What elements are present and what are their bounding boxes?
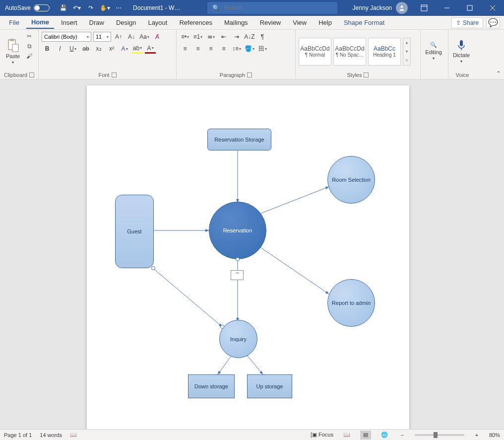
increase-indent-icon[interactable]: ⇥ bbox=[231, 32, 242, 42]
zoom-slider[interactable] bbox=[415, 434, 464, 436]
tab-shape-format[interactable]: Shape Format bbox=[339, 17, 389, 28]
align-left-icon[interactable]: ≡ bbox=[180, 44, 190, 54]
styles-scroll-up-icon[interactable]: ▴ bbox=[403, 38, 410, 47]
styles-expand-icon[interactable]: ▿ bbox=[403, 56, 410, 65]
styles-scroll-down-icon[interactable]: ▾ bbox=[403, 47, 410, 56]
strikethrough-icon[interactable]: ab bbox=[80, 44, 91, 54]
save-icon[interactable]: 💾 bbox=[58, 2, 68, 13]
paste-button[interactable]: Paste ▾ bbox=[3, 32, 23, 71]
tab-view[interactable]: View bbox=[288, 17, 312, 28]
line-spacing-icon[interactable]: ↕≡ bbox=[231, 44, 242, 54]
change-case-icon[interactable]: Aa bbox=[139, 32, 150, 42]
justify-icon[interactable]: ≡ bbox=[218, 44, 229, 54]
style-normal[interactable]: AaBbCcDd ¶ Normal bbox=[299, 38, 331, 66]
tab-help[interactable]: Help bbox=[314, 17, 337, 28]
zoom-in-button[interactable]: + bbox=[472, 432, 481, 438]
italic-icon[interactable]: I bbox=[55, 44, 65, 54]
shrink-font-icon[interactable]: A↓ bbox=[126, 32, 137, 42]
zoom-level[interactable]: 80% bbox=[489, 432, 500, 438]
collapse-ribbon-icon[interactable]: ⌃ bbox=[496, 70, 501, 77]
tab-home[interactable]: Home bbox=[26, 16, 54, 29]
document-area[interactable]: Reservation Storage Guest Reservation Ro… bbox=[0, 79, 504, 429]
cut-icon[interactable]: ✂ bbox=[25, 32, 34, 41]
qat-overflow-icon[interactable]: ⋯ bbox=[113, 2, 124, 13]
tab-mailings[interactable]: Mailings bbox=[219, 17, 253, 28]
page-canvas[interactable]: Reservation Storage Guest Reservation Ro… bbox=[87, 85, 409, 429]
subscript-icon[interactable]: x₂ bbox=[93, 44, 104, 54]
tab-design[interactable]: Design bbox=[111, 17, 141, 28]
align-right-icon[interactable]: ≡ bbox=[205, 44, 216, 54]
comments-button[interactable]: 💬 bbox=[486, 17, 500, 28]
font-name-dropdown[interactable]: Calibri (Body)▾ bbox=[42, 32, 91, 42]
paragraph-dialog-launcher[interactable] bbox=[247, 73, 252, 77]
connector-handle-bottom[interactable] bbox=[220, 325, 224, 329]
focus-mode-label[interactable]: [▣ Focus bbox=[311, 432, 333, 438]
status-page[interactable]: Page 1 of 1 bbox=[4, 432, 32, 438]
shape-report-to-admin[interactable]: Report to admin bbox=[327, 279, 375, 327]
redo-icon[interactable]: ↷ bbox=[85, 2, 96, 13]
bold-icon[interactable]: B bbox=[42, 44, 53, 54]
highlight-icon[interactable]: ab bbox=[132, 44, 143, 54]
ribbon-display-icon[interactable] bbox=[413, 0, 436, 16]
editing-dropdown[interactable]: 🔍 Editing ▾ bbox=[424, 32, 443, 71]
sort-icon[interactable]: A↓Z bbox=[244, 32, 255, 42]
shape-reservation[interactable]: Reservation bbox=[209, 202, 266, 259]
shape-guest[interactable]: Guest bbox=[115, 195, 154, 268]
zoom-out-button[interactable]: − bbox=[398, 432, 407, 438]
tab-layout[interactable]: Layout bbox=[143, 17, 172, 28]
connector-handle-top[interactable] bbox=[236, 257, 240, 261]
shading-icon[interactable]: 🪣 bbox=[244, 44, 255, 54]
superscript-icon[interactable]: x² bbox=[106, 44, 117, 54]
decrease-indent-icon[interactable]: ⇤ bbox=[218, 32, 229, 42]
shape-room-selection[interactable]: Room Selection bbox=[327, 156, 375, 204]
shape-down-storage[interactable]: Down storage bbox=[188, 374, 235, 398]
user-account[interactable]: Jenny Jackson bbox=[353, 2, 408, 14]
copy-icon[interactable]: ⧉ bbox=[25, 42, 34, 51]
font-size-dropdown[interactable]: 11▾ bbox=[93, 32, 111, 42]
tab-draw[interactable]: Draw bbox=[84, 17, 109, 28]
tab-references[interactable]: References bbox=[174, 17, 217, 28]
read-mode-icon[interactable]: 📖 bbox=[341, 431, 352, 440]
style-no-spacing[interactable]: AaBbCcDd ¶ No Spac… bbox=[333, 38, 366, 66]
show-marks-icon[interactable]: ¶ bbox=[257, 32, 268, 42]
multilevel-list-icon[interactable]: ≡̵ bbox=[205, 32, 216, 42]
clear-formatting-icon[interactable]: A̸ bbox=[152, 32, 163, 42]
svg-line-13 bbox=[260, 187, 329, 214]
share-button[interactable]: ⇪ Share bbox=[451, 17, 483, 28]
font-color-icon[interactable]: A bbox=[145, 44, 156, 54]
proofing-icon[interactable]: 📖 bbox=[70, 432, 77, 438]
print-layout-icon[interactable]: ▤ bbox=[360, 431, 371, 440]
format-painter-icon[interactable]: 🖌 bbox=[25, 52, 34, 61]
layout-options-icon[interactable]: ⌒ bbox=[231, 270, 244, 280]
maximize-button[interactable] bbox=[458, 0, 481, 16]
bullets-icon[interactable]: ≡• bbox=[180, 32, 190, 42]
clipboard-dialog-launcher[interactable] bbox=[29, 73, 34, 77]
text-effects-icon[interactable]: A bbox=[119, 44, 130, 54]
web-layout-icon[interactable]: 🌐 bbox=[379, 431, 390, 440]
shape-reservation-storage[interactable]: Reservation Storage bbox=[207, 129, 271, 150]
underline-icon[interactable]: U bbox=[67, 44, 78, 54]
autosave-toggle-group[interactable]: AutoSave bbox=[0, 4, 55, 11]
borders-icon[interactable]: 田 bbox=[257, 44, 268, 54]
numbering-icon[interactable]: ≡1 bbox=[192, 32, 203, 42]
tab-file[interactable]: File bbox=[4, 17, 24, 28]
search-box[interactable]: 🔍 bbox=[207, 2, 337, 14]
undo-icon[interactable]: ↶▾ bbox=[71, 2, 82, 13]
align-center-icon[interactable]: ≡ bbox=[192, 44, 203, 54]
tab-review[interactable]: Review bbox=[255, 17, 286, 28]
font-dialog-launcher[interactable] bbox=[112, 73, 117, 77]
close-button[interactable] bbox=[481, 0, 504, 16]
dictate-button[interactable]: Dictate ▾ bbox=[451, 32, 471, 71]
status-word-count[interactable]: 14 words bbox=[40, 432, 62, 438]
share-label: Share bbox=[463, 19, 479, 26]
tab-insert[interactable]: Insert bbox=[56, 17, 82, 28]
shape-inquiry[interactable]: Inquiry bbox=[219, 320, 257, 358]
minimize-button[interactable] bbox=[436, 0, 458, 16]
styles-dialog-launcher[interactable] bbox=[364, 73, 369, 77]
touch-mode-icon[interactable]: ✋▾ bbox=[99, 2, 110, 13]
shape-up-storage[interactable]: Up storage bbox=[247, 374, 292, 398]
grow-font-icon[interactable]: A↑ bbox=[113, 32, 124, 42]
search-input[interactable] bbox=[224, 4, 332, 11]
style-heading-1[interactable]: AaBbCc Heading 1 bbox=[368, 38, 401, 66]
connector-handle-guest[interactable] bbox=[151, 266, 155, 270]
